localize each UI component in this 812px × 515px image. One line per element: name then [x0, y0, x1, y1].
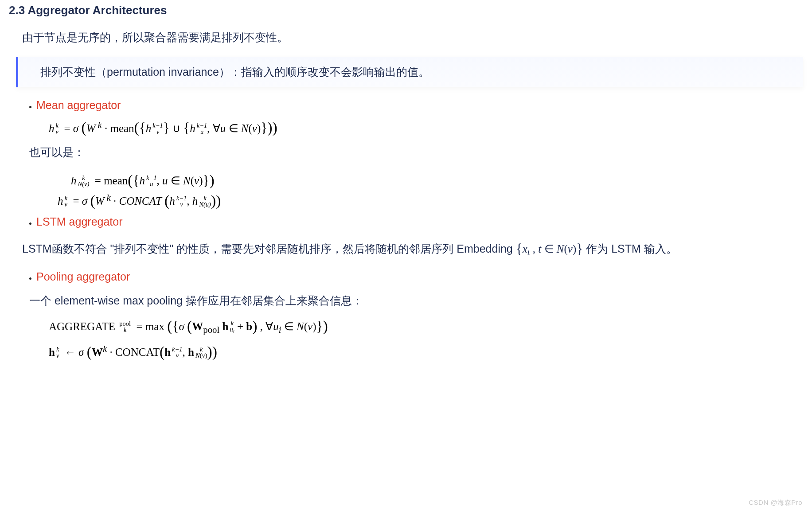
pooling-formula-1: AGGREGATE poolk = max ({σ (Wpool hkui + … [49, 317, 803, 336]
aggregator-name-pooling: Pooling aggregator [36, 270, 130, 283]
aggregator-name-lstm: LSTM aggregator [36, 215, 123, 228]
lstm-desc-suffix: 作为 LSTM 输入。 [583, 242, 677, 255]
mean-formula-1: hkv = σ (W k · mean({hk−1v} ∪ {hk−1u, ∀u… [49, 119, 803, 136]
document-page: 2.3 Aggregator Architectures 由于节点是无序的，所以… [0, 0, 812, 515]
formula: hkv = σ (W k · mean({hk−1v} ∪ {hk−1u, ∀u… [49, 119, 803, 136]
section-number: 2.3 [9, 4, 25, 17]
pooling-formula-2: hkv ← σ (Wk · CONCAT(hk−1v, hkN(v))) [49, 343, 803, 359]
lstm-set-formula: {xt , t ∈ N(v)} [516, 243, 583, 255]
aggregator-name-mean: Mean aggregator [36, 99, 121, 111]
lstm-desc-prefix: LSTM函数不符合 "排列不变性" 的性质，需要先对邻居随机排序，然后将随机的邻… [22, 242, 516, 255]
list-item: Pooling aggregator [36, 270, 803, 283]
definition-callout: 排列不变性（permutation invariance）：指输入的顺序改变不会… [16, 57, 803, 87]
formula: AGGREGATE poolk = max ({σ (Wpool hkui + … [49, 317, 803, 336]
watermark: CSDN @海森Pro [749, 499, 802, 507]
section-title-text: Aggregator Architectures [27, 4, 167, 17]
mean-also-text: 也可以是： [29, 143, 803, 162]
mean-formula-2: hkN(v) = mean({hk−1u, u ∈ N(v)}) hkv = σ… [58, 171, 803, 208]
aggregator-list: Mean aggregator [36, 99, 803, 112]
formula: hkv ← σ (Wk · CONCAT(hk−1v, hkN(v))) [49, 343, 803, 359]
lstm-description: LSTM函数不符合 "排列不变性" 的性质，需要先对邻居随机排序，然后将随机的邻… [22, 236, 803, 260]
formula: hkv = σ (W k · CONCAT (hk−1v, hkN(u))) [58, 191, 803, 208]
intro-paragraph: 由于节点是无序的，所以聚合器需要满足排列不变性。 [22, 28, 803, 47]
formula: hkN(v) = mean({hk−1u, u ∈ N(v)}) [71, 171, 803, 188]
aggregator-list: Pooling aggregator [36, 270, 803, 283]
section-heading: 2.3 Aggregator Architectures [9, 4, 803, 17]
list-item: LSTM aggregator [36, 215, 803, 228]
pooling-description: 一个 element-wise max pooling 操作应用在邻居集合上来聚… [29, 291, 803, 310]
aggregator-list: LSTM aggregator [36, 215, 803, 228]
list-item: Mean aggregator [36, 99, 803, 112]
